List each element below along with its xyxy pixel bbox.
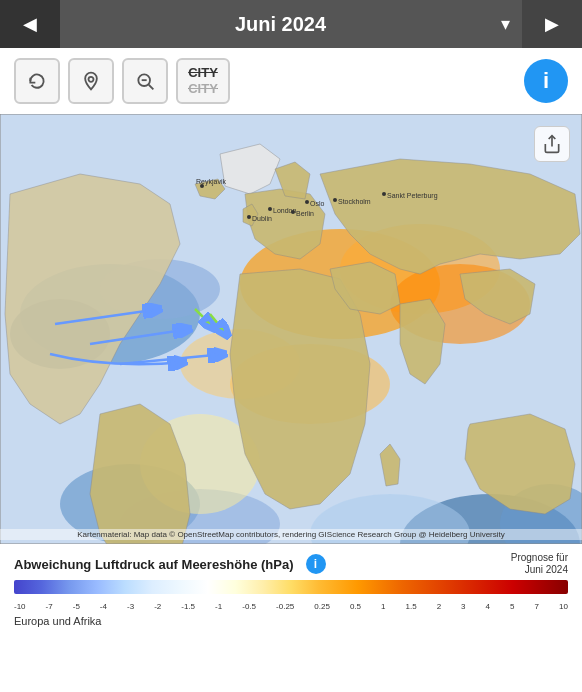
refresh-icon	[27, 71, 47, 91]
info-icon: i	[543, 68, 549, 94]
city-label-top: CITY	[188, 65, 218, 81]
legend-title: Abweichung Luftdruck auf Meereshöhe (hPa…	[14, 557, 294, 572]
svg-text:Oslo: Oslo	[310, 200, 325, 207]
map-container: Dublin London Berlin Oslo Stockholm Sank…	[0, 114, 582, 544]
header: ◀ Juni 2024 ▾ ▶	[0, 0, 582, 48]
info-button[interactable]: i	[524, 59, 568, 103]
svg-text:Stockholm: Stockholm	[338, 198, 371, 205]
legend-labels: -10 -7 -5 -4 -3 -2 -1.5 -1 -0.5 -0.25 0.…	[14, 602, 568, 611]
prev-button[interactable]: ◀	[0, 0, 60, 48]
zoom-button[interactable]	[122, 58, 168, 104]
svg-point-25	[305, 200, 309, 204]
refresh-button[interactable]	[14, 58, 60, 104]
map-attribution: Kartenmaterial: Map data © OpenStreetMap…	[0, 529, 582, 540]
month-label: Juni 2024	[60, 13, 501, 36]
map-svg: Dublin London Berlin Oslo Stockholm Sank…	[0, 114, 582, 544]
svg-text:Dublin: Dublin	[252, 215, 272, 222]
svg-text:Berlin: Berlin	[296, 210, 314, 217]
dropdown-icon: ▾	[501, 13, 510, 35]
city-label-bottom: CITY	[188, 81, 218, 97]
svg-text:Reykjavik: Reykjavik	[196, 178, 226, 186]
svg-point-19	[247, 215, 251, 219]
svg-point-0	[89, 77, 94, 82]
svg-text:Sankt Peterburg: Sankt Peterburg	[387, 192, 438, 200]
share-icon	[542, 134, 562, 154]
legend-bottom-label: Europa und Afrika	[14, 615, 568, 627]
next-icon: ▶	[545, 13, 559, 35]
svg-point-21	[268, 207, 272, 211]
location-icon	[81, 71, 101, 91]
legend-bar-container	[14, 580, 568, 600]
toolbar: CITY CITY i	[0, 48, 582, 114]
next-button[interactable]: ▶	[522, 0, 582, 48]
city-button[interactable]: CITY CITY	[176, 58, 230, 104]
legend-info-button[interactable]: i	[306, 554, 326, 574]
svg-point-23	[291, 210, 295, 214]
prev-icon: ◀	[23, 13, 37, 35]
zoom-icon	[135, 71, 155, 91]
legend-title-row: Abweichung Luftdruck auf Meereshöhe (hPa…	[14, 552, 568, 576]
legend-bar	[14, 580, 568, 594]
svg-point-27	[333, 198, 337, 202]
share-button[interactable]	[534, 126, 570, 162]
svg-point-29	[382, 192, 386, 196]
prognose-label: Prognose für Juni 2024	[511, 552, 568, 576]
svg-line-2	[149, 85, 154, 90]
location-button[interactable]	[68, 58, 114, 104]
legend-area: Abweichung Luftdruck auf Meereshöhe (hPa…	[0, 544, 582, 631]
